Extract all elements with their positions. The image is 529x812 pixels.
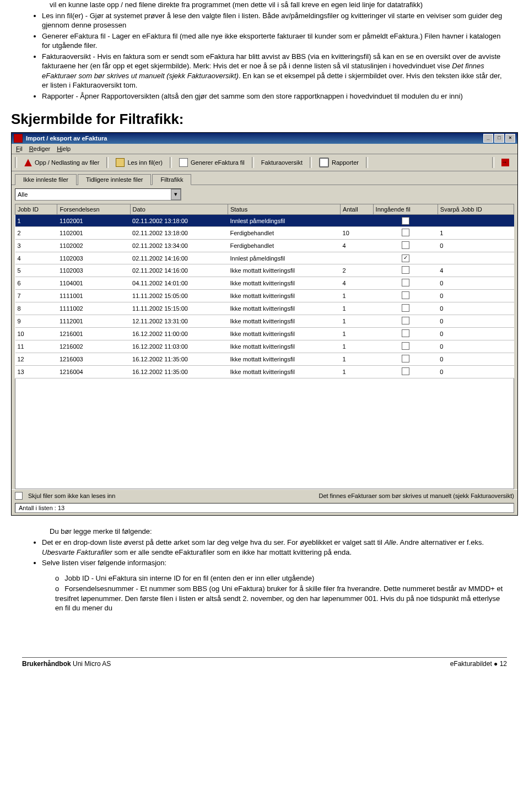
sub-item: Forsendelsesnummer - Et nummer som BBS (…	[55, 584, 507, 613]
table-row[interactable]: 2110200102.11.2002 13:18:00Ferdigbehandl…	[15, 227, 514, 240]
table-cell	[373, 353, 438, 366]
table-cell: 1102001	[57, 227, 130, 240]
tab-ikke-innleste[interactable]: Ikke innleste filer	[15, 174, 77, 185]
filter-dropdown[interactable]: Alle ▾	[15, 188, 181, 201]
table-cell: Ikke mottatt kvitteringsfil	[228, 315, 340, 328]
table-row[interactable]: 4110200302.11.2002 14:16:00Innlest påmel…	[15, 252, 514, 264]
menu-bar: Fil Rediger Hjelp	[12, 144, 517, 154]
inngaaende-checkbox[interactable]	[402, 229, 409, 236]
table-header-row: Jobb ID Forsendelsesn Dato Status Antall…	[15, 204, 514, 215]
inngaaende-checkbox[interactable]	[402, 317, 409, 324]
inngaaende-checkbox[interactable]	[402, 266, 409, 274]
inngaaende-checkbox[interactable]	[402, 342, 409, 350]
table-row[interactable]: 5110200302.11.2002 14:16:00Ikke mottatt …	[15, 264, 514, 277]
table-cell: 1111001	[57, 290, 130, 302]
window-title: Import / eksport av eFaktura	[26, 135, 483, 142]
table-cell: 4	[15, 252, 57, 264]
btn-label: Rapporter	[332, 159, 359, 166]
app-screenshot: Import / eksport av eFaktura _ □ × Fil R…	[11, 132, 518, 516]
inngaaende-checkbox[interactable]	[402, 367, 409, 375]
maximize-button[interactable]: □	[494, 134, 504, 143]
table-cell: 1102003	[57, 252, 130, 264]
table-cell: 9	[15, 315, 57, 328]
table-row[interactable]: 9111200112.11.2002 13:31:00Ikke mottatt …	[15, 315, 514, 328]
table-cell: 02.11.2002 13:18:00	[130, 227, 228, 240]
tab-filtrafikk[interactable]: Filtrafikk	[152, 174, 191, 185]
sub-item: Jobb ID - Uni eFaktura sin interne ID fo…	[55, 573, 507, 583]
col-inngaaende[interactable]: Inngående fil	[373, 204, 438, 215]
table-row[interactable]: 3110200202.11.2002 13:34:00Ferdigbehandl…	[15, 240, 514, 252]
separator	[366, 157, 368, 168]
app-window: Import / eksport av eFaktura _ □ × Fil R…	[11, 132, 518, 516]
table-row[interactable]: 1110200102.11.2002 13:18:00Innlest påmel…	[15, 215, 514, 227]
bullet-item: Generer eFaktura fil - Lager en eFaktura…	[42, 31, 507, 51]
table-cell: 1	[341, 328, 373, 340]
inngaaende-checkbox[interactable]	[402, 329, 409, 337]
menu-hjelp[interactable]: Hjelp	[57, 145, 71, 152]
tab-strip: Ikke innleste filer Tidligere innleste f…	[12, 171, 517, 185]
table-cell: 1102002	[57, 240, 130, 252]
table-cell	[373, 252, 438, 264]
col-jobb-id[interactable]: Jobb ID	[15, 204, 57, 215]
opp-nedlasting-button[interactable]: Opp / Nedlasting av filer	[18, 156, 105, 169]
table-row[interactable]: 7111100111.11.2002 15:05:00Ikke mottatt …	[15, 290, 514, 302]
col-dato[interactable]: Dato	[130, 204, 228, 215]
rapporter-button[interactable]: Rapporter	[313, 155, 365, 170]
table-row[interactable]: 10121600116.12.2002 11:00:00Ikke mottatt…	[15, 328, 514, 340]
col-antall[interactable]: Antall	[341, 204, 373, 215]
generer-button[interactable]: Generer eFaktura fil	[173, 156, 251, 169]
table-cell: 12.11.2002 13:31:00	[130, 315, 228, 328]
after-bullets: Det er en drop-down liste øverst på dett…	[22, 538, 507, 568]
les-inn-button[interactable]: Les inn fil(er)	[110, 156, 169, 169]
table-cell: 3	[15, 240, 57, 252]
exit-button[interactable]: →	[495, 156, 515, 169]
table-cell: 8	[15, 302, 57, 315]
table-row[interactable]: 12121600316.12.2002 11:35:00Ikke mottatt…	[15, 353, 514, 366]
table-cell	[438, 252, 514, 264]
separator	[106, 157, 109, 168]
table-row[interactable]: 8111100211.11.2002 15:15:00Ikke mottatt …	[15, 302, 514, 315]
skjul-checkbox[interactable]	[15, 492, 23, 500]
skjul-label: Skjul filer som ikke kan leses inn	[28, 492, 115, 499]
table-row[interactable]: 6110400104.11.2002 14:01:00Ikke mottatt …	[15, 277, 514, 290]
table-cell	[438, 215, 514, 227]
inngaaende-checkbox[interactable]	[402, 241, 409, 249]
inngaaende-checkbox[interactable]	[402, 304, 409, 312]
filter-row: Alle ▾	[12, 185, 517, 204]
table-cell: 1216001	[57, 328, 130, 340]
table-cell: 10	[15, 328, 57, 340]
col-forsendelse[interactable]: Forsendelsesn	[57, 204, 130, 215]
table-cell: 0	[438, 366, 514, 378]
table-cell: 4	[341, 277, 373, 290]
intro-bullets: Les inn fil(er) - Gjør at systemet prøve…	[22, 11, 507, 101]
table-cell: 1102001	[57, 215, 130, 227]
inngaaende-checkbox[interactable]	[402, 255, 409, 262]
col-status[interactable]: Status	[228, 204, 340, 215]
inngaaende-checkbox[interactable]	[402, 217, 409, 225]
table-cell: 1104001	[57, 277, 130, 290]
table-cell	[373, 264, 438, 277]
table-cell: 1	[341, 290, 373, 302]
inngaaende-checkbox[interactable]	[402, 291, 409, 299]
menu-fil[interactable]: Fil	[16, 145, 23, 152]
table-cell: 6	[15, 277, 57, 290]
section-heading: Skjermbilde for Filtrafikk:	[11, 111, 507, 128]
col-svarpaa[interactable]: Svarpå Jobb ID	[438, 204, 514, 215]
status-count: Antall i listen : 13	[15, 503, 514, 513]
italic-text: Alle	[384, 538, 396, 546]
table-row[interactable]: 13121600416.12.2002 11:35:00Ikke mottatt…	[15, 366, 514, 378]
table-cell	[373, 302, 438, 315]
text: . Andre alternativer er f.eks.	[396, 538, 484, 546]
footer-right: eFakturabildet ● 12	[450, 660, 507, 668]
minimize-button[interactable]: _	[483, 134, 493, 143]
menu-rediger[interactable]: Rediger	[29, 145, 51, 152]
table-row[interactable]: 11121600216.12.2002 11:03:00Ikke mottatt…	[15, 340, 514, 353]
inngaaende-checkbox[interactable]	[402, 355, 409, 362]
fakturaoversikt-button[interactable]: Fakturaoversikt	[255, 157, 309, 168]
inngaaende-checkbox[interactable]	[402, 279, 409, 286]
folder-open-icon	[116, 158, 125, 167]
tab-tidligere[interactable]: Tidligere innleste filer	[78, 174, 152, 185]
separator	[492, 157, 494, 168]
close-button[interactable]: ×	[505, 134, 515, 143]
table-cell: Ferdigbehandlet	[228, 240, 340, 252]
